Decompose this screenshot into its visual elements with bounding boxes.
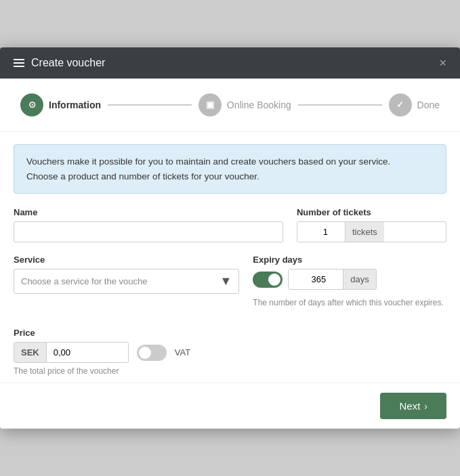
name-label: Name [14,207,283,217]
tickets-input-group: tickets [297,221,446,242]
expiry-input-row: days [253,269,446,290]
step-done: ✓ Done [389,93,440,116]
vat-toggle[interactable] [137,345,167,361]
next-button[interactable]: Next › [380,393,446,419]
price-label: Price [14,328,446,338]
step-circle-information: ⊙ [20,93,43,116]
expiry-toggle[interactable] [253,272,283,288]
currency-label: SEK [14,343,47,362]
expiry-toggle-slider [253,272,283,288]
step-label-information: Information [49,100,101,110]
price-input[interactable] [47,343,128,362]
step-icon-online-booking: ▣ [206,100,214,110]
price-input-group: SEK [14,342,129,363]
info-line2: Choose a product and number of tickets f… [26,171,259,181]
step-information: ⊙ Information [20,93,101,116]
service-group: Service Choose a service for the vouche … [14,255,239,294]
chevron-down-icon: ▼ [219,274,232,288]
form-area: Name Number of tickets tickets Service C… [0,200,460,328]
modal-footer: Next › [0,383,460,429]
step-icon-information: ⊙ [28,100,36,110]
next-arrow-icon: › [424,401,427,412]
info-box: Vouchers make it possible for you to mai… [14,144,446,194]
expiry-days-input-group: days [288,269,376,290]
days-unit: days [343,269,375,289]
name-group: Name [14,207,283,242]
menu-icon [14,59,24,67]
step-icon-done: ✓ [396,100,404,110]
step-online-booking: ▣ Online Booking [198,93,291,116]
header-left: Create voucher [14,57,105,69]
step-line-2 [298,104,382,106]
step-line-1 [108,104,192,106]
close-icon[interactable]: × [439,57,446,69]
create-voucher-modal: Create voucher × ⊙ Information ▣ Online … [0,47,460,429]
info-line1: Vouchers make it possible for you to mai… [26,156,390,167]
tickets-unit: tickets [345,222,384,242]
tickets-label: Number of tickets [297,207,446,217]
modal-header: Create voucher × [0,47,460,79]
step-label-done: Done [417,100,440,110]
step-circle-online-booking: ▣ [198,93,222,116]
expiry-label: Expiry days [253,255,446,265]
service-label: Service [14,255,239,265]
form-row-2: Service Choose a service for the vouche … [14,255,446,309]
service-dropdown[interactable]: Choose a service for the vouche ▼ [14,269,239,294]
vat-label: VAT [175,347,190,358]
modal-title: Create voucher [31,57,105,69]
step-label-online-booking: Online Booking [227,100,291,110]
tickets-group: Number of tickets tickets [297,207,446,242]
vat-toggle-slider [137,345,167,361]
form-row-1: Name Number of tickets tickets [14,207,446,242]
price-hint: The total price of the voucher [14,366,446,376]
service-placeholder: Choose a service for the vouche [21,276,147,286]
steps-bar: ⊙ Information ▣ Online Booking ✓ Done [0,79,460,132]
next-label: Next [399,400,420,412]
price-section: Price SEK VAT The total price of the vou… [0,328,460,383]
expiry-hint: The number of days after which this vouc… [253,297,446,309]
price-row: SEK VAT [14,342,446,363]
expiry-group: Expiry days days The number of days afte… [253,255,446,309]
tickets-input[interactable] [297,222,345,242]
step-circle-done: ✓ [389,93,412,116]
name-input[interactable] [14,221,283,242]
expiry-days-input[interactable] [289,269,343,289]
